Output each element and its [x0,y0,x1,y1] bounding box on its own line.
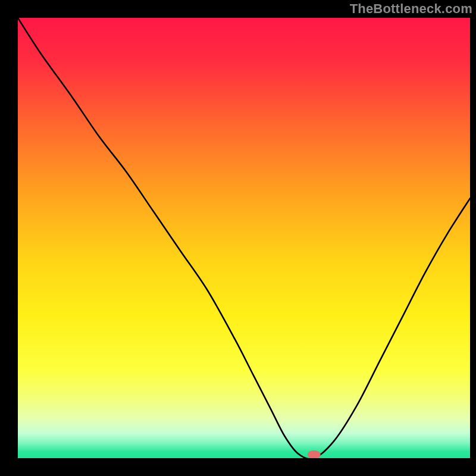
watermark-text: TheBottleneck.com [350,1,472,17]
chart-frame: { "watermark": "TheBottleneck.com", "plo… [0,0,476,476]
chart-svg [0,0,476,476]
plot-background [18,18,470,458]
optimal-marker [308,450,321,459]
